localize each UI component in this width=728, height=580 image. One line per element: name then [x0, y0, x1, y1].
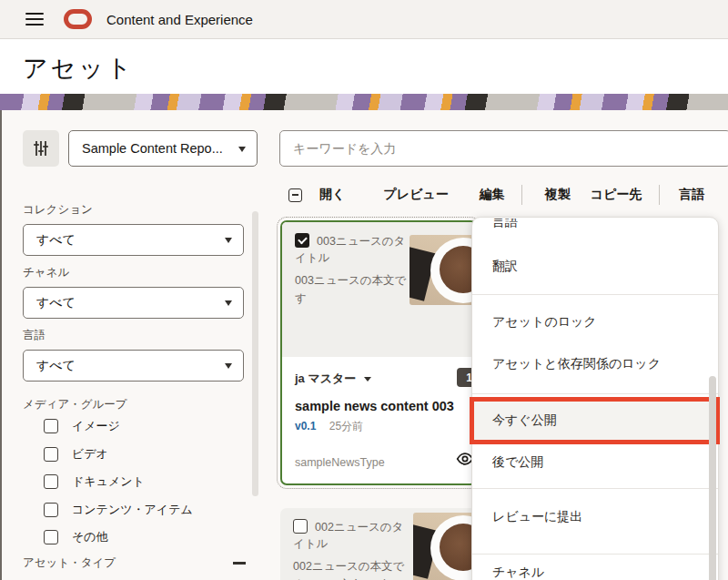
asset-timestamp: 25分前: [329, 420, 363, 432]
media-group-option-videos[interactable]: ビデオ: [44, 446, 193, 463]
menu-item-lock-asset[interactable]: アセットのロック: [492, 314, 597, 331]
decorative-banner: [0, 94, 728, 110]
collection-select[interactable]: すべて: [23, 224, 244, 256]
menu-divider: [472, 554, 718, 555]
asset-preview-body: 002ニュースの本文です。この文章はダミーです。文字の大きさ、量、字間、行: [293, 558, 413, 580]
asset-preview-title: 002ニュースのタイトル: [293, 519, 415, 552]
collapse-icon[interactable]: [233, 562, 246, 565]
page-title: アセット: [23, 52, 135, 85]
toolbar-language[interactable]: 言語: [679, 187, 704, 203]
menu-item-clip: 言語: [492, 219, 518, 230]
menu-item-channel[interactable]: チャネル: [492, 565, 544, 580]
collection-select-value: すべて: [36, 232, 76, 249]
language-select-value: すべて: [36, 358, 76, 374]
channel-select-value: すべて: [36, 295, 76, 311]
asset-card-preview: 003ニュースのタイトル 003ニュースの本文です: [282, 222, 475, 357]
asset-type-label: アセット・タイプ: [23, 555, 116, 571]
menu-divider: [472, 488, 718, 489]
chevron-down-icon: [238, 147, 246, 156]
chevron-down-icon: [225, 300, 232, 310]
asset-preview-body: 003ニュースの本文です: [295, 272, 415, 308]
option-label: ドキュメント: [72, 473, 145, 490]
menu-scrollbar[interactable]: [709, 376, 716, 580]
media-group-option-documents[interactable]: ドキュメント: [44, 473, 193, 490]
toolbar-preview[interactable]: プレビュー: [383, 187, 448, 203]
media-group-options: イメージ ビデオ ドキュメント コンテンツ・アイテム その他: [44, 418, 193, 545]
menu-divider: [472, 294, 718, 295]
app-title: Content and Experience: [106, 12, 253, 27]
card-language-dropdown[interactable]: ja マスター: [295, 371, 371, 387]
top-bar: Content and Experience: [0, 0, 728, 39]
asset-version-link[interactable]: v0.1: [295, 420, 316, 432]
repository-selector-value: Sample Content Repo...: [82, 141, 223, 156]
card-checkbox-unchecked[interactable]: [293, 519, 308, 534]
card-checkbox-checked[interactable]: [295, 233, 309, 248]
assets-page: Content and Experience アセット Sample Conte…: [0, 0, 728, 580]
channel-label: チャネル: [23, 265, 69, 280]
collection-label: コレクション: [23, 202, 93, 218]
channel-select[interactable]: すべて: [23, 287, 244, 319]
language-select[interactable]: すべて: [23, 350, 244, 382]
sidebar-scrollbar[interactable]: [252, 211, 258, 496]
option-label: イメージ: [72, 418, 120, 434]
context-menu: 言語 翻訳 アセットのロック アセットと依存関係のロック 今すぐ公開 後で公開 …: [471, 217, 719, 580]
chevron-down-icon: [225, 363, 232, 372]
toolbar-edit[interactable]: 編集: [480, 187, 505, 203]
menu-item-translate[interactable]: 翻訳: [492, 259, 518, 275]
chevron-down-icon: [225, 238, 232, 247]
toolbar-duplicate[interactable]: 複製: [545, 187, 571, 203]
asset-card-002[interactable]: 002ニュースのタイトル 002ニュースの本文です。この文章はダミーです。文字の…: [280, 508, 477, 580]
toolbar-copy-to[interactable]: コピー先: [591, 187, 642, 203]
toolbar-divider: [659, 185, 660, 205]
filter-toggle-button[interactable]: [23, 130, 59, 167]
toolbar-divider: [521, 185, 522, 205]
option-label: ビデオ: [72, 446, 108, 463]
asset-type-section: アセット・タイプ: [23, 555, 246, 571]
search-input[interactable]: [279, 130, 728, 167]
option-label: コンテンツ・アイテム: [72, 502, 193, 518]
menu-item-publish-later[interactable]: 後で公開: [492, 454, 543, 471]
menu-divider: [472, 393, 718, 394]
sliders-icon: [32, 139, 50, 158]
oracle-logo-icon: [64, 9, 92, 29]
menu-item-language[interactable]: 言語: [492, 219, 518, 230]
checkbox[interactable]: [44, 419, 58, 433]
checkbox[interactable]: [44, 447, 58, 462]
checkbox[interactable]: [44, 474, 58, 489]
toolbar-open[interactable]: 開く: [319, 187, 345, 203]
asset-preview-title: 003ニュースのタイトル: [295, 233, 413, 266]
option-label: その他: [72, 529, 108, 545]
media-group-option-content-items[interactable]: コンテンツ・アイテム: [44, 502, 193, 518]
menu-item-publish-now-highlighted[interactable]: 今すぐ公開: [470, 397, 720, 444]
menu-item-lock-asset-dependencies[interactable]: アセットと依存関係のロック: [492, 356, 661, 372]
asset-thumbnail-image: [410, 235, 477, 305]
media-group-label: メディア・グループ: [23, 397, 127, 412]
asset-thumbnail-image: [413, 513, 477, 580]
select-all-checkbox[interactable]: [288, 188, 302, 202]
asset-type-name: sampleNewsType: [295, 456, 385, 469]
asset-meta: v0.1 25分前: [295, 419, 363, 434]
asset-name: sample news content 003: [295, 399, 454, 413]
menu-item-submit-for-review[interactable]: レビューに提出: [492, 509, 582, 525]
checkbox[interactable]: [44, 530, 58, 544]
card-language-value: ja マスター: [295, 371, 356, 387]
media-group-option-images[interactable]: イメージ: [44, 418, 193, 434]
media-group-option-others[interactable]: その他: [44, 529, 193, 545]
language-label: 言語: [23, 328, 46, 343]
asset-card-003[interactable]: 003ニュースのタイトル 003ニュースの本文です ja マスター 1 samp…: [280, 220, 477, 485]
chevron-down-icon: [364, 377, 371, 385]
repository-selector[interactable]: Sample Content Repo...: [68, 130, 258, 167]
page-header: アセット: [0, 39, 728, 94]
actions-toolbar: 開く プレビュー 編集 複製 コピー先 言語: [288, 182, 704, 208]
hamburger-menu-icon[interactable]: [25, 13, 44, 25]
panel-left-edge: [0, 110, 2, 580]
checkbox[interactable]: [44, 503, 58, 517]
